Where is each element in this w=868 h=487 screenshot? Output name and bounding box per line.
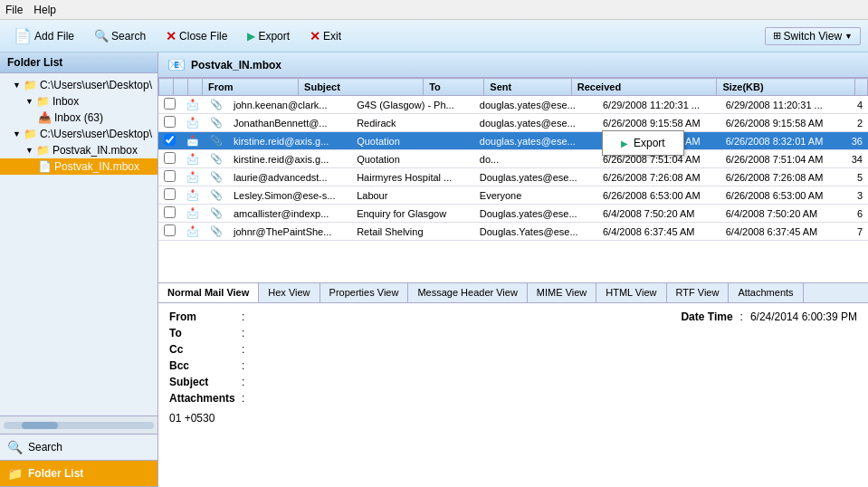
right-panel: 📧 Postvak_IN.mbox From Subject To Se [158, 53, 868, 487]
email-to: Douglas.yates@ese... [474, 168, 597, 186]
email-checkbox[interactable] [164, 188, 176, 200]
email-subject: Enquiry for Glasgow [351, 205, 474, 223]
folder-tree[interactable]: ▼ 📁 C:\Users\user\Desktop\ ▼ 📁 Inbox 📥 I… [0, 73, 157, 415]
folder-label: C:\Users\user\Desktop\ [40, 79, 152, 91]
tab-message-header[interactable]: Message Header View [408, 283, 527, 302]
table-row[interactable]: 📩 📎 JonathanBennett@... Redirack douglas… [158, 114, 868, 132]
sidebar-item-folder-list[interactable]: 📁 Folder List [0, 461, 157, 487]
col-icon1 [174, 79, 188, 96]
email-subject: Hairmyres Hospital ... [351, 168, 474, 186]
add-file-button[interactable]: 📄 Add File [7, 24, 81, 47]
col-from[interactable]: From [203, 79, 299, 96]
email-received: 6/26/2008 7:26:08 AM [720, 168, 844, 186]
email-checkbox[interactable] [164, 152, 176, 164]
col-to[interactable]: To [424, 79, 484, 96]
tab-attachments[interactable]: Attachments [729, 283, 803, 302]
row-checkbox[interactable] [158, 96, 181, 114]
email-checkbox[interactable] [164, 116, 176, 128]
export-button[interactable]: ▶ Export [241, 27, 296, 45]
search-icon: 🔍 [94, 29, 109, 43]
tab-normal[interactable]: Normal Mail View [158, 283, 259, 302]
email-checkbox[interactable] [164, 206, 176, 218]
email-checkbox[interactable] [164, 170, 176, 182]
row-checkbox[interactable] [158, 168, 181, 186]
email-received: 6/26/2008 7:51:04 AM [720, 150, 844, 168]
detail-cc-row: Cc : [169, 343, 857, 356]
mbox-sub-icon: 📄 [38, 160, 52, 173]
table-row[interactable]: 📩 📎 kirstine.reid@axis.g... Quotation do… [158, 150, 868, 168]
left-nav-items: 🔍 Search 📁 Folder List [0, 434, 157, 487]
attachments-colon: : [242, 392, 253, 405]
col-sent[interactable]: Sent [484, 79, 572, 96]
folder-item[interactable]: 📥 Inbox (63) [0, 110, 157, 126]
table-row[interactable]: 📩 📎 amcallister@indexp... Enquiry for Gl… [158, 205, 868, 223]
detail-attachments-row: Attachments : [169, 392, 857, 405]
expand-icon: ▼ [25, 146, 33, 155]
folder-item[interactable]: ▼ 📁 C:\Users\user\Desktop\ [0, 77, 157, 93]
email-checkbox[interactable] [164, 98, 176, 110]
col-size[interactable]: Size(KB) [717, 79, 855, 96]
email-from: kirstine.reid@axis.g... [228, 132, 351, 150]
exit-button[interactable]: ✕ Exit [303, 26, 348, 46]
email-from: john.keenan@clark... [228, 96, 351, 114]
row-checkbox[interactable] [158, 186, 181, 205]
email-to: do... [474, 150, 597, 168]
table-row[interactable]: 📩 📎 john.keenan@clark... G4S (Glasgow) -… [158, 96, 868, 114]
email-size: 3 [843, 186, 868, 205]
email-received: 6/26/2008 6:53:00 AM [720, 186, 844, 205]
row-checkbox[interactable] [158, 205, 181, 223]
menu-help[interactable]: Help [33, 4, 56, 16]
sidebar-item-search[interactable]: 🔍 Search [0, 434, 157, 461]
table-row[interactable]: 📩 📎 Lesley.Simon@ese-s... Labour Everyon… [158, 186, 868, 205]
email-received: 6/4/2008 7:50:20 AM [720, 205, 844, 223]
folder-item[interactable]: ▼ 📁 Postvak_IN.mbox [0, 142, 157, 158]
tab-rtf[interactable]: RTF View [667, 283, 730, 302]
tab-properties[interactable]: Properties View [320, 283, 409, 302]
email-size: 6 [843, 205, 868, 223]
bcc-label: Bcc [169, 359, 242, 372]
folder-item[interactable]: ▼ 📁 C:\Users\user\Desktop\ [0, 126, 157, 142]
exit-icon: ✕ [310, 29, 320, 43]
search-toolbar-button[interactable]: 🔍 Search [88, 26, 152, 45]
email-attach-icon: 📎 [205, 150, 228, 168]
email-flag-icon: 📩 [181, 132, 205, 150]
switch-view-area: ⊞ Switch View ▼ [765, 27, 861, 45]
email-from: kirstine.reid@axis.g... [228, 150, 351, 168]
row-checkbox[interactable] [158, 223, 181, 241]
tab-mime[interactable]: MIME View [528, 283, 596, 302]
email-checkbox[interactable] [164, 224, 176, 236]
table-row[interactable]: 📩 📎 laurie@advancedst... Hairmyres Hospi… [158, 168, 868, 186]
mail-body: 01 +0530 [169, 412, 857, 425]
close-file-button[interactable]: ✕ Close File [159, 26, 234, 46]
expand-icon: ▼ [13, 129, 21, 138]
switch-view-button[interactable]: ⊞ Switch View ▼ [765, 27, 861, 45]
folder-item-selected[interactable]: 📄 Postvak_IN.mbox [0, 158, 157, 175]
row-checkbox[interactable] [158, 150, 181, 168]
col-received[interactable]: Received [571, 79, 717, 96]
folder-label: Inbox [52, 95, 79, 108]
email-sent: 6/26/2008 9:15:58 AM [597, 114, 720, 132]
tab-html[interactable]: HTML View [596, 283, 666, 302]
menu-file[interactable]: File [5, 4, 23, 16]
email-list-container[interactable]: 📩 📎 john.keenan@clark... G4S (Glasgow) -… [158, 96, 868, 241]
email-checkbox[interactable] [164, 134, 176, 146]
context-menu[interactable]: ▶ Export [602, 130, 684, 156]
context-menu-export[interactable]: ▶ Export [603, 133, 683, 153]
table-row[interactable]: 📩 📎 johnr@ThePaintShe... Retail Shelving… [158, 223, 868, 241]
tab-hex[interactable]: Hex View [259, 283, 320, 302]
subject-colon: : [242, 376, 253, 388]
folder-item[interactable]: ▼ 📁 Inbox [0, 93, 157, 110]
email-flag-icon: 📩 [181, 223, 205, 241]
email-to: Everyone [474, 186, 597, 205]
scroll-thumb[interactable] [22, 422, 58, 429]
detail-from-row: From : Date Time : 6/24/2014 6:00:39 PM [169, 310, 857, 323]
table-row[interactable]: 📩 📎 kirstine.reid@axis.g... Quotation do… [158, 132, 868, 150]
toolbar: 📄 Add File 🔍 Search ✕ Close File ▶ Expor… [0, 20, 868, 53]
row-checkbox[interactable] [158, 132, 181, 150]
row-checkbox[interactable] [158, 114, 181, 132]
col-subject[interactable]: Subject [299, 79, 424, 96]
col-scroll-filler [855, 79, 868, 96]
from-colon: : [242, 310, 253, 323]
email-list-area: From Subject To Sent Received Size(KB) [158, 78, 868, 282]
horizontal-scrollbar[interactable] [0, 416, 157, 434]
